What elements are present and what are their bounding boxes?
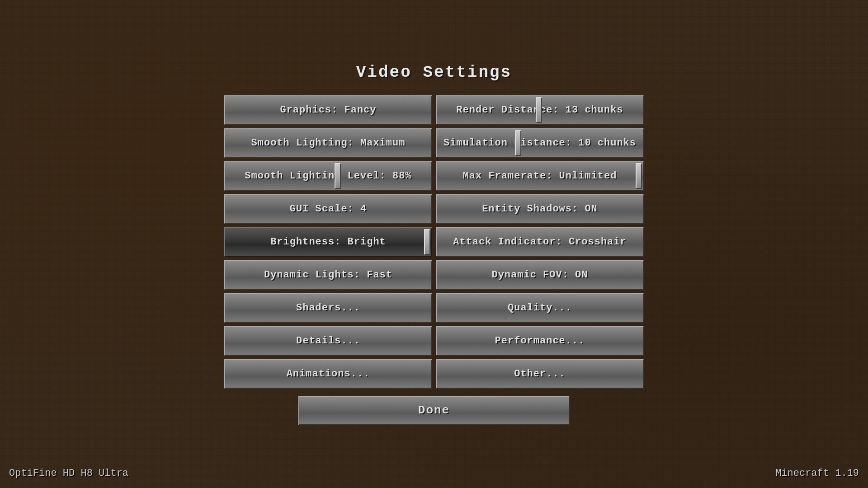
gui-scale-button[interactable]: GUI Scale: 4 [224, 194, 432, 224]
attack-indicator-button[interactable]: Attack Indicator: Crosshair [436, 227, 644, 257]
quality-button[interactable]: Quality... [436, 293, 644, 323]
smooth-lighting-level-label: Smooth Lighting Level: 88% [245, 170, 411, 182]
done-button[interactable]: Done [298, 396, 570, 425]
attack-indicator-label: Attack Indicator: Crosshair [453, 236, 626, 248]
settings-grid: Graphics: Fancy Render Distance: 13 chun… [224, 95, 644, 389]
animations-label: Animations... [287, 368, 370, 380]
framerate-slider-handle[interactable] [636, 163, 642, 189]
footer-left: OptiFine HD H8 Ultra [9, 468, 128, 479]
quality-label: Quality... [508, 302, 572, 314]
dynamic-lights-label: Dynamic Lights: Fast [264, 269, 392, 281]
dynamic-lights-button[interactable]: Dynamic Lights: Fast [224, 260, 432, 290]
performance-label: Performance... [495, 335, 585, 347]
page-title: Video Settings [356, 63, 512, 82]
other-label: Other... [514, 368, 566, 380]
shaders-label: Shaders... [296, 302, 360, 314]
brightness-slider-handle[interactable] [424, 229, 430, 255]
simulation-distance-button[interactable]: Simulation Distance: 10 chunks [436, 128, 644, 158]
simulation-distance-label: Simulation Distance: 10 chunks [443, 137, 636, 149]
max-framerate-button[interactable]: Max Framerate: Unlimited [436, 161, 644, 191]
dynamic-fov-label: Dynamic FOV: ON [491, 269, 588, 281]
brightness-button[interactable]: Brightness: Bright [224, 227, 432, 257]
done-label: Done [418, 404, 450, 417]
gui-scale-label: GUI Scale: 4 [290, 203, 367, 215]
render-distance-slider-handle[interactable] [536, 97, 542, 123]
details-button[interactable]: Details... [224, 326, 432, 356]
brightness-label: Brightness: Bright [270, 236, 386, 248]
footer-right: Minecraft 1.19 [775, 468, 859, 479]
max-framerate-label: Max Framerate: Unlimited [463, 170, 617, 182]
entity-shadows-label: Entity Shadows: ON [482, 203, 598, 215]
graphics-button[interactable]: Graphics: Fancy [224, 95, 432, 125]
dynamic-fov-button[interactable]: Dynamic FOV: ON [436, 260, 644, 290]
render-distance-button[interactable]: Render Distance: 13 chunks [436, 95, 644, 125]
shaders-button[interactable]: Shaders... [224, 293, 432, 323]
other-button[interactable]: Other... [436, 359, 644, 389]
simulation-distance-slider-handle[interactable] [515, 130, 521, 156]
optifine-version: OptiFine HD H8 Ultra [9, 468, 128, 479]
smooth-level-slider-handle[interactable] [335, 163, 341, 189]
performance-button[interactable]: Performance... [436, 326, 644, 356]
animations-button[interactable]: Animations... [224, 359, 432, 389]
graphics-label: Graphics: Fancy [280, 104, 376, 116]
details-label: Details... [296, 335, 360, 347]
smooth-lighting-button[interactable]: Smooth Lighting: Maximum [224, 128, 432, 158]
done-button-wrapper: Done [298, 396, 570, 425]
smooth-lighting-label: Smooth Lighting: Maximum [251, 137, 406, 149]
entity-shadows-button[interactable]: Entity Shadows: ON [436, 194, 644, 224]
minecraft-version: Minecraft 1.19 [775, 468, 859, 479]
smooth-lighting-level-button[interactable]: Smooth Lighting Level: 88% [224, 161, 432, 191]
